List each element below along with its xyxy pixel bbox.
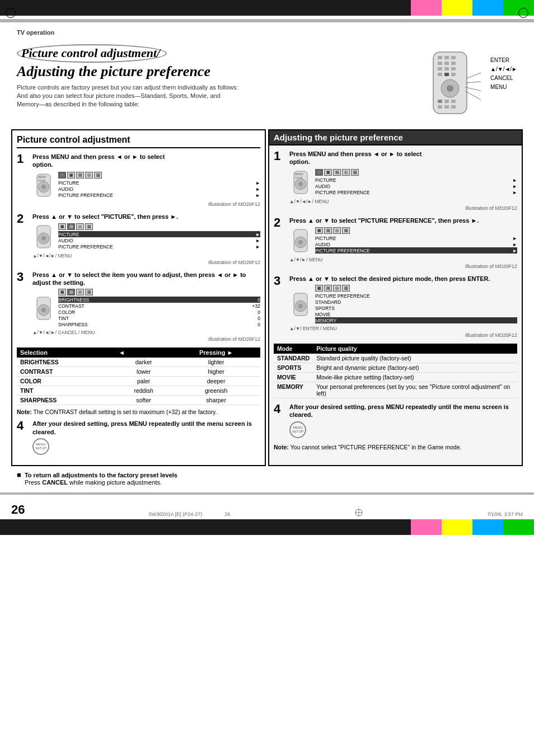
menu-button-step4-left: MENUSETUP [32, 438, 49, 455]
svg-rect-15 [438, 100, 442, 103]
table-row: BRIGHTNESSdarkerlighter [17, 358, 260, 367]
title-description: Picture controls are factory preset but … [17, 83, 405, 109]
right-step-3-screen: ▦ ▤ ◎ ▨ PICTURE PREFERENCE STANDARD SPOR… [289, 285, 517, 323]
right-step-2-content: Press ▲ or ▼ to select "PICTURE PREFEREN… [289, 217, 517, 269]
svg-rect-18 [438, 105, 442, 109]
svg-rect-1 [438, 56, 442, 59]
left-step-3-screen: ▦ ▤ ◎ ▨ BRIGHTNESS0 CONTRAST+32 COLOR0 T… [32, 289, 260, 327]
left-panel: Picture control adjustment 1 Press MENU … [11, 129, 266, 466]
factory-reset: ■ To return all adjustments to the facto… [17, 471, 517, 486]
remote-labels: ENTER ▲/▼/◄/► CANCEL MENU [490, 56, 517, 92]
left-step-1-screen: MENU SETUP ☆ ▦ ▤ ◎ ▨ PICTURE► AUDIO► [32, 171, 260, 199]
svg-line-24 [465, 91, 481, 100]
table-row: STANDARDStandard picture quality (factor… [274, 354, 517, 363]
title-section: Picture control adjustment/ Adjusting th… [0, 38, 534, 129]
left-step-1-menu: ☆ ▦ ▤ ◎ ▨ PICTURE► AUDIO► PICTURE PREFER… [58, 172, 260, 198]
svg-text:MENU: MENU [295, 172, 303, 176]
table-row: MEMORYYour personal preferences (set by … [274, 382, 517, 398]
svg-point-46 [298, 304, 303, 308]
left-step-4-content: After your desired setting, press MENU r… [32, 420, 260, 455]
controller-icon-2r [289, 227, 312, 255]
table-row: COLORpalerdeeper [17, 377, 260, 386]
left-step-2-content: Press ▲ or ▼ to select "PICTURE", then p… [32, 213, 260, 265]
svg-rect-20 [451, 105, 456, 109]
right-step-3-content: Press ▲ or ▼ to select the desired pictu… [289, 275, 517, 338]
mode-col1: Mode [274, 344, 313, 354]
svg-line-23 [465, 87, 481, 91]
table-row: CONTRASTlowerhigher [17, 367, 260, 377]
svg-rect-2 [444, 56, 449, 59]
right-step-3: 3 Press ▲ or ▼ to select the desired pic… [274, 275, 517, 338]
right-panel: Adjusting the picture preference 1 Press… [268, 129, 523, 466]
svg-rect-4 [438, 62, 442, 65]
svg-point-43 [298, 240, 303, 245]
title-oval: Picture control adjustment/ [17, 44, 167, 63]
selection-table: Selection ◄ Pressing ► BRIGHTNESSdarkerl… [17, 348, 260, 405]
right-note: Note: You cannot select "PICTURE PREFERE… [274, 444, 517, 450]
svg-rect-17 [451, 100, 456, 103]
svg-point-32 [41, 236, 46, 241]
right-step-1-content: Press MENU and then press ◄ or ► to sele… [289, 150, 517, 211]
selection-col1: Selection [17, 348, 115, 358]
bottom-color-bar [0, 519, 534, 535]
svg-rect-16 [444, 100, 449, 103]
svg-point-27 [41, 185, 46, 189]
right-step-1-menu: ☆ ▦ ▤ ◎ ▨ PICTURE► AUDIO► PICTURE PREFER… [315, 169, 517, 195]
right-step-3-menu: ▦ ▤ ◎ ▨ PICTURE PREFERENCE STANDARD SPOR… [315, 285, 517, 323]
mode-col2: Picture quality [313, 344, 517, 354]
left-step-1: 1 Press MENU and then press ◄ or ► to se… [17, 153, 260, 207]
top-color-bar [0, 0, 534, 16]
remote-diagram: ENTER ▲/▼/◄/► CANCEL MENU [416, 44, 517, 124]
table-row: TINTreddishgreenish [17, 386, 260, 396]
controller-icon-3l [32, 294, 55, 322]
page-number: 26 [11, 503, 25, 517]
header: TV operation [0, 25, 534, 38]
left-step-2: 2 Press ▲ or ▼ to select "PICTURE", then… [17, 213, 260, 265]
left-step-3: 3 Press ▲ or ▼ to select the item you wa… [17, 271, 260, 342]
left-step-3-content: Press ▲ or ▼ to select the item you want… [32, 271, 260, 342]
controller-icon-1l: MENU SETUP [32, 171, 55, 199]
svg-rect-5 [444, 62, 449, 65]
svg-rect-12 [451, 73, 456, 76]
svg-text:SETUP: SETUP [38, 179, 46, 182]
controller-icon-2l [32, 223, 55, 251]
svg-rect-3 [451, 56, 456, 59]
left-step-2-menu: ▦ ▤ ◎ ▨ PICTURE► AUDIO► PICTURE PREFEREN… [58, 223, 260, 250]
svg-rect-6 [451, 62, 456, 65]
right-step-1-screen: MENU SETUP ☆ ▦ ▤ ◎ ▨ PICTURE► AUDIO► [289, 168, 517, 196]
right-step-1: 1 Press MENU and then press ◄ or ► to se… [274, 150, 517, 211]
svg-point-14 [447, 85, 453, 92]
left-step-4: 4 After your desired setting, press MENU… [17, 420, 260, 455]
svg-line-21 [467, 73, 481, 78]
table-row: SPORTSBright and dynamic picture (factor… [274, 363, 517, 373]
right-step-4: 4 After your desired setting, press MENU… [274, 403, 517, 438]
section-label: TV operation [17, 29, 54, 36]
mode-table: Mode Picture quality STANDARDStandard pi… [274, 344, 517, 398]
right-step-4-content: After your desired setting, press MENU r… [289, 403, 517, 438]
left-note: Note: The CONTRAST default setting is se… [17, 408, 260, 415]
svg-rect-7 [438, 67, 442, 71]
svg-rect-10 [438, 73, 442, 76]
footer: 26 5W30201A [E] (P24-27) 26 7/1/06, 3:57… [0, 500, 534, 519]
right-step-2: 2 Press ▲ or ▼ to select "PICTURE PREFER… [274, 217, 517, 269]
controller-icon-1r: MENU SETUP [289, 168, 312, 196]
left-step-2-screen: ▦ ▤ ◎ ▨ PICTURE► AUDIO► PICTURE PREFEREN… [32, 223, 260, 251]
footer-crosshair [354, 508, 363, 517]
selection-col3: Pressing ► [172, 348, 260, 358]
bottom-section: ■ To return all adjustments to the facto… [0, 466, 534, 492]
left-step-1-content: Press MENU and then press ◄ or ► to sele… [32, 153, 260, 207]
svg-rect-8 [444, 67, 449, 71]
right-step-2-menu: ▦ ▤ ◎ ▨ PICTURE► AUDIO► PICTURE PREFEREN… [315, 227, 517, 253]
svg-rect-9 [451, 67, 456, 71]
page-title: Picture control adjustment/ Adjusting th… [17, 44, 405, 81]
svg-rect-11 [444, 73, 449, 76]
svg-point-38 [298, 182, 303, 186]
table-row: MOVIEMovie-like picture setting (factory… [274, 373, 517, 382]
left-panel-title: Picture control adjustment [17, 135, 260, 148]
svg-text:MENU: MENU [38, 175, 46, 179]
selection-col2: ◄ [115, 348, 172, 358]
svg-point-35 [41, 308, 46, 312]
svg-rect-19 [444, 105, 449, 109]
main-content: Picture control adjustment 1 Press MENU … [0, 129, 534, 466]
controller-icon-3r [289, 290, 312, 318]
